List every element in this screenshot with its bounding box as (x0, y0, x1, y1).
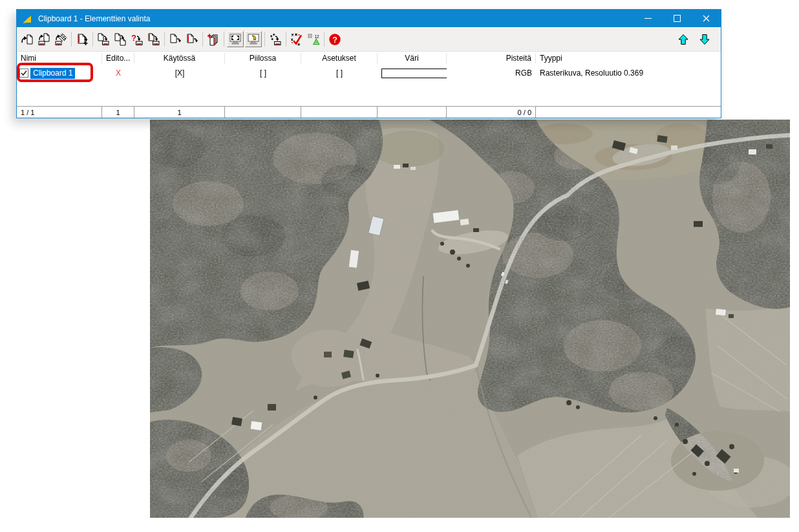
aerial-photo-svg (150, 120, 790, 518)
column-header-asetukset[interactable]: Asetukset (301, 53, 378, 63)
status-kaytossa-cell: 1 (134, 107, 225, 118)
toolbar-separator (224, 32, 224, 47)
row-tyyppi-cell: Rasterikuva, Resoluutio 0.369 (536, 69, 721, 78)
page-to-page-icon[interactable] (112, 31, 129, 47)
table-row[interactable]: Clipboard 1 X [X] [ ] [ ] RGB Rasterikuv… (17, 65, 721, 81)
app-logo-icon (22, 14, 32, 24)
toolbar-separator (286, 32, 286, 47)
status-piilossa-cell (225, 107, 301, 118)
new-pages-plus-icon[interactable] (205, 31, 222, 47)
column-header-edito[interactable]: Edito... (102, 53, 134, 63)
red-page-arrow-out-icon[interactable] (184, 31, 200, 47)
column-header-tyyppi[interactable]: Tyyppi (536, 53, 721, 63)
column-header-pisteita[interactable]: Pisteitä (447, 53, 536, 63)
minimize-button[interactable] (634, 10, 663, 27)
close-icon (703, 15, 710, 22)
help-icon[interactable]: ? (326, 31, 343, 47)
question-to-box-icon[interactable]: ? (129, 31, 145, 47)
raster-monitor-icon[interactable] (245, 31, 262, 47)
column-header-kaytossa[interactable]: Käytössä (134, 53, 225, 63)
element-list: Nimi Edito... Käytössä Piilossa Asetukse… (17, 52, 721, 106)
fit-screen-monitor-icon[interactable] (227, 31, 244, 47)
window-title: Clipboard 1 - Elementtien valinta (38, 14, 150, 23)
list-header: Nimi Edito... Käytössä Piilossa Asetukse… (17, 52, 721, 65)
maximize-button[interactable] (663, 10, 692, 27)
aerial-photo[interactable] (150, 120, 790, 518)
points-save-icon[interactable] (267, 31, 284, 47)
status-vari-cell (378, 107, 447, 118)
move-up-icon[interactable] (675, 31, 692, 47)
row-piilossa-cell[interactable]: [ ] (225, 69, 301, 78)
status-count-cell: 1 / 1 (17, 107, 102, 118)
column-header-nimi[interactable]: Nimi (17, 53, 102, 63)
arrow-to-page-icon[interactable] (19, 31, 36, 47)
row-checkbox[interactable] (19, 69, 28, 78)
column-header-piilossa[interactable]: Piilossa (225, 53, 301, 63)
element-selection-window: Clipboard 1 - Elementtien valinta (16, 9, 721, 118)
close-button[interactable] (692, 10, 721, 27)
row-kaytossa-cell[interactable]: [X] (134, 69, 225, 78)
toolbar-separator (92, 32, 93, 47)
color-swatch[interactable] (381, 69, 447, 78)
page-to-box-icon[interactable] (95, 31, 112, 47)
titlebar[interactable]: Clipboard 1 - Elementtien valinta (17, 10, 721, 27)
toolbar: ? 12 (17, 27, 721, 52)
window-controls (634, 10, 721, 27)
page-arrow-out-icon[interactable] (167, 31, 184, 47)
status-pisteita-cell: 0 / 0 (447, 107, 536, 118)
column-header-vari[interactable]: Väri (378, 53, 447, 63)
row-vari-cell[interactable] (378, 69, 447, 78)
red-page-to-box-icon[interactable] (145, 31, 162, 47)
toolbar-separator (324, 32, 325, 47)
status-edito-cell: 1 (102, 107, 134, 118)
row-asetukset-cell[interactable]: [ ] (301, 69, 378, 78)
move-down-icon[interactable] (696, 31, 713, 47)
status-tyyppi-cell (536, 107, 721, 118)
red-check-points-icon[interactable] (288, 31, 305, 47)
page-add-icon[interactable] (74, 31, 91, 47)
row-name-label[interactable]: Clipboard 1 (30, 68, 75, 79)
arrow-to-page-settings-icon[interactable] (36, 31, 52, 47)
svg-text:12: 12 (315, 34, 320, 39)
toolbar-separator (164, 32, 165, 47)
arrow-to-hatch-icon[interactable] (52, 31, 69, 47)
triangle-12-icon[interactable]: 12 (305, 31, 322, 47)
row-name-cell[interactable]: Clipboard 1 (17, 68, 102, 79)
row-edito-cell[interactable]: X (102, 69, 134, 78)
status-asetukset-cell (301, 107, 378, 118)
svg-text:?: ? (131, 33, 136, 43)
statusbar: 1 / 1 1 1 0 / 0 (17, 106, 721, 118)
toolbar-separator (202, 32, 203, 47)
toolbar-separator (264, 32, 265, 47)
toolbar-separator (71, 32, 72, 47)
svg-text:?: ? (332, 35, 337, 44)
toolbar-right (675, 31, 721, 47)
row-pisteita-cell: RGB (447, 69, 536, 78)
